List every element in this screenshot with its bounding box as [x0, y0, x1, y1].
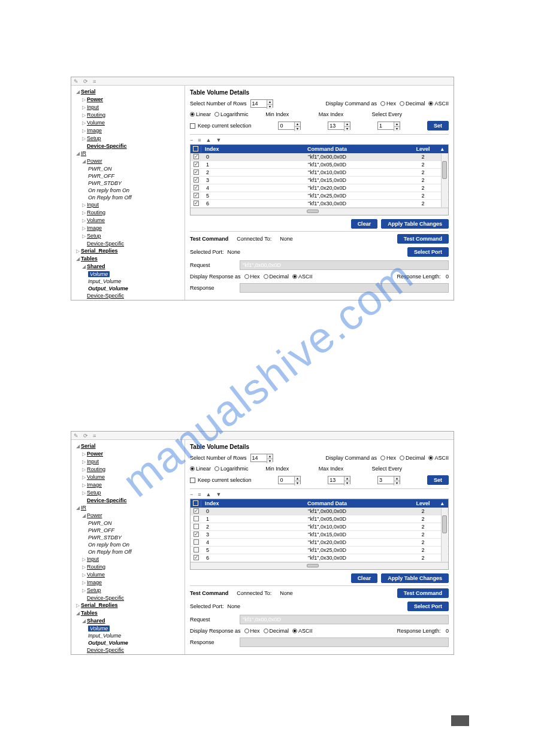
apply-button[interactable]: Apply Table Changes: [381, 219, 449, 229]
table-row[interactable]: 4"kf1",0x20,0x0D2: [191, 184, 448, 192]
row-checkbox[interactable]: [194, 154, 199, 159]
select-port-button[interactable]: Select Port: [407, 247, 449, 257]
row-checkbox[interactable]: [194, 524, 199, 529]
tree-serial[interactable]: Serial: [81, 89, 96, 95]
selected-port-value: None: [228, 249, 241, 255]
pencil-icon[interactable]: ✎: [74, 78, 80, 84]
tree-tables[interactable]: Tables: [81, 256, 98, 262]
tree-ir-routing[interactable]: Routing: [87, 210, 105, 215]
row-checkbox[interactable]: [194, 555, 199, 560]
selected-port-label: Selected Port:: [190, 249, 224, 255]
table-row[interactable]: 6"kf1",0x30,0x0D2: [191, 200, 448, 208]
table-row[interactable]: 6"kf1",0x30,0x0D2: [191, 554, 448, 562]
table-row[interactable]: 2"kf1",0x10,0x0D2: [191, 169, 448, 177]
row-checkbox[interactable]: [194, 185, 199, 190]
table-row[interactable]: 0"kf1",0x00,0x0D2: [191, 508, 448, 515]
h-scrollbar[interactable]: [191, 208, 448, 215]
row-checkbox[interactable]: [194, 532, 199, 537]
tree-power[interactable]: Power: [87, 96, 103, 102]
refresh-icon[interactable]: ⟳: [83, 78, 89, 84]
max-index-spinner[interactable]: ▴▾: [328, 122, 350, 130]
row-checkbox[interactable]: [194, 169, 199, 175]
tree-pwr-stdby[interactable]: PWR_STDBY: [88, 180, 122, 186]
sort-down-icon[interactable]: ▼: [216, 137, 221, 143]
tree-pwr-off[interactable]: PWR_OFF: [88, 173, 114, 179]
list-icon[interactable]: ≡: [93, 78, 99, 84]
test-command-button[interactable]: Test Command: [397, 234, 449, 244]
tree-ir-setup[interactable]: Setup: [87, 233, 101, 239]
tree-input[interactable]: Input: [87, 104, 99, 110]
pencil-icon[interactable]: ✎: [74, 433, 80, 439]
tree-setup[interactable]: Setup: [87, 135, 101, 141]
table-row[interactable]: 1"kf1",0x05,0x0D2: [191, 515, 448, 523]
tree-ir-devspec[interactable]: Device-Specific: [87, 241, 124, 247]
expand-icon[interactable]: ≡: [198, 137, 201, 143]
tree-serial[interactable]: Serial: [81, 443, 96, 449]
tree-output-volume[interactable]: Output_Volume: [88, 286, 128, 292]
tree-ir-input[interactable]: Input: [87, 202, 99, 208]
tree-ir-power[interactable]: Power: [87, 158, 102, 164]
radio-log[interactable]: Logarithmic: [214, 111, 249, 117]
tree-pwr-on[interactable]: PWR_ON: [88, 166, 112, 172]
resp-radio-decimal[interactable]: Decimal: [264, 274, 289, 280]
tree-volume[interactable]: Volume: [87, 120, 105, 126]
col-index[interactable]: Index: [201, 146, 249, 152]
panel-top: ✎ ⟳ ≡ ◢Serial ▷Power ▷Input ▷Routing ▷Vo…: [71, 77, 454, 300]
tree-input-volume[interactable]: Input_Volume: [88, 278, 121, 284]
collapse-icon[interactable]: −: [190, 137, 193, 143]
table-row[interactable]: 5"kf1",0x25,0x0D2: [191, 546, 448, 554]
request-label: Request: [190, 262, 235, 268]
row-checkbox[interactable]: [194, 193, 199, 198]
table-row[interactable]: 0"kf1",0x00,0x0D2: [191, 153, 448, 161]
resp-radio-ascii[interactable]: ASCII: [292, 274, 313, 280]
tree-reply-on[interactable]: On reply from On: [88, 187, 129, 193]
min-index-spinner[interactable]: ▴▾: [278, 122, 301, 130]
response-field[interactable]: [240, 283, 449, 293]
tree-image[interactable]: Image: [87, 127, 102, 133]
sort-up-icon[interactable]: ▲: [206, 137, 211, 143]
tree-serial-replies[interactable]: Serial_Replies: [81, 248, 118, 254]
row-checkbox[interactable]: [194, 516, 199, 521]
select-rows-input[interactable]: [251, 100, 267, 107]
tree-tables-devspec[interactable]: Device-Specific: [87, 293, 124, 299]
radio-ascii[interactable]: ASCII: [428, 101, 449, 107]
tree-ir-image[interactable]: Image: [87, 225, 102, 231]
tree-reply-off[interactable]: On Reply from Off: [88, 195, 132, 201]
scrollbar[interactable]: [441, 154, 448, 207]
select-rows-spinner[interactable]: ▴▾: [250, 99, 273, 108]
tree-shared[interactable]: Shared: [87, 263, 105, 269]
tree-ir-volume[interactable]: Volume: [87, 217, 105, 223]
table-row[interactable]: 3"kf1",0x15,0x0D2: [191, 531, 448, 539]
request-field[interactable]: "kf1",0x00,0x0D: [240, 260, 449, 270]
clear-button[interactable]: Clear: [351, 219, 378, 229]
row-checkbox[interactable]: [194, 201, 199, 206]
row-checkbox[interactable]: [194, 539, 199, 545]
radio-decimal[interactable]: Decimal: [400, 101, 425, 107]
radio-hex[interactable]: Hex: [380, 101, 396, 107]
table-row[interactable]: 1"kf1",0x05,0x0D2: [191, 161, 448, 169]
resp-radio-hex[interactable]: Hex: [244, 274, 260, 280]
table-row[interactable]: 4"kf1",0x20,0x0D2: [191, 539, 448, 546]
table-row[interactable]: 5"kf1",0x25,0x0D2: [191, 192, 448, 200]
refresh-icon[interactable]: ⟳: [83, 433, 89, 439]
table-row[interactable]: 3"kf1",0x15,0x0D2: [191, 177, 448, 184]
tree-device-specific[interactable]: Device-Specific: [87, 143, 127, 149]
select-every-spinner[interactable]: ▴▾: [377, 122, 400, 130]
set-button[interactable]: Set: [427, 121, 449, 130]
col-cmd[interactable]: Command Data: [249, 146, 405, 152]
tree-volume-selected[interactable]: Volume: [88, 271, 110, 277]
tree-ir[interactable]: IR: [81, 150, 86, 156]
scroll-up-icon[interactable]: ▴: [441, 146, 448, 152]
page-foot-block: [451, 715, 469, 726]
col-level[interactable]: Level: [405, 146, 441, 152]
max-index-label: Max Index: [319, 111, 355, 117]
row-checkbox[interactable]: [194, 162, 199, 167]
table-row[interactable]: 2"kf1",0x10,0x0D2: [191, 523, 448, 531]
tree-routing[interactable]: Routing: [87, 112, 105, 118]
radio-linear[interactable]: Linear: [190, 111, 211, 117]
row-checkbox[interactable]: [194, 177, 199, 183]
list-icon[interactable]: ≡: [93, 433, 99, 439]
keep-selection-checkbox[interactable]: [190, 123, 195, 129]
row-checkbox[interactable]: [194, 547, 199, 552]
row-checkbox[interactable]: [194, 508, 199, 514]
